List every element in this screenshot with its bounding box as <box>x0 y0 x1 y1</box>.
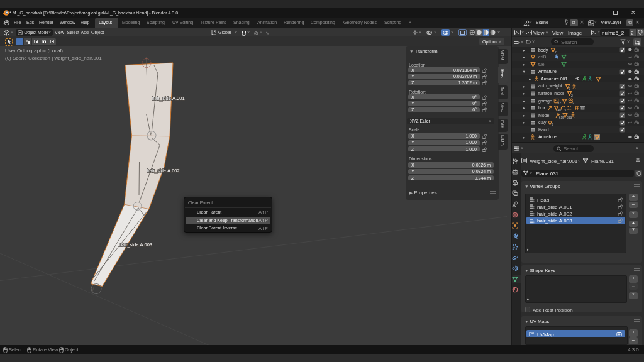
svg-text:hair_side.A.003: hair_side.A.003 <box>119 242 152 248</box>
svg-text:hair_side.A.002: hair_side.A.002 <box>147 168 180 173</box>
svg-text:hair_side.A.001: hair_side.A.001 <box>152 96 185 101</box>
